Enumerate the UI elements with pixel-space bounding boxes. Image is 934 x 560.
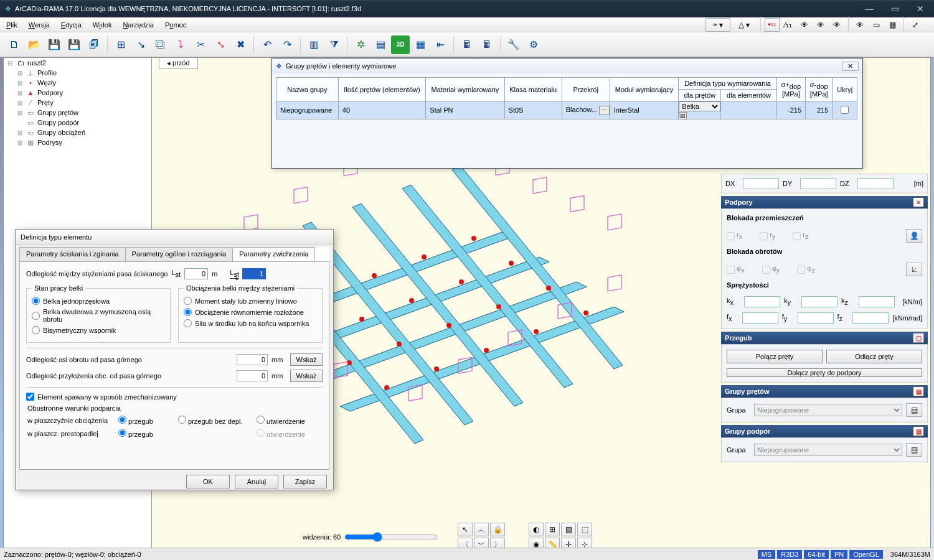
- eye-icon-2[interactable]: 👁: [813, 18, 828, 32]
- wskaz1-button[interactable]: Wskaż: [290, 353, 323, 366]
- expand-icon[interactable]: ⤢: [908, 18, 923, 32]
- ky-input[interactable]: [801, 296, 837, 307]
- close-groups-window-icon[interactable]: ✕: [842, 62, 859, 71]
- welded-element-checkbox[interactable]: [26, 393, 34, 401]
- tree-wezly[interactable]: Węzły: [37, 79, 56, 86]
- filter-icon[interactable]: ⧩: [324, 35, 343, 54]
- tree-prety[interactable]: Pręty: [37, 99, 54, 106]
- support-person-icon[interactable]: 👤: [906, 229, 922, 243]
- cut-icon[interactable]: ✂: [191, 35, 210, 54]
- shade-icon[interactable]: ◐: [529, 523, 544, 536]
- export-icon[interactable]: 🗐: [85, 35, 103, 54]
- copy-icon[interactable]: ⿻: [151, 35, 170, 54]
- maximize-icon[interactable]: ▭: [886, 4, 904, 14]
- load-force-radio[interactable]: [184, 319, 192, 327]
- dy-input[interactable]: [800, 178, 836, 189]
- grid-icon[interactable]: ▦: [885, 18, 900, 32]
- lstL-input[interactable]: [242, 268, 266, 279]
- load-uniform-radio[interactable]: [184, 308, 192, 316]
- tree-podpory[interactable]: Podpory: [37, 89, 63, 96]
- ry-checkbox[interactable]: [760, 232, 768, 240]
- eye-icon-3[interactable]: 👁: [829, 18, 844, 32]
- rx-checkbox[interactable]: [727, 232, 735, 240]
- view-tab[interactable]: ◂ przód: [159, 58, 198, 69]
- support-angle-icon[interactable]: ⟀: [906, 263, 922, 276]
- save-icon[interactable]: 💾: [45, 35, 64, 54]
- node-tool-icon[interactable]: ↘: [131, 35, 150, 54]
- rect-icon[interactable]: ▭: [869, 18, 884, 32]
- menu-wersja[interactable]: Wersja: [29, 21, 50, 29]
- dialog-tab-compression[interactable]: Parametry ściskania i zginania: [19, 247, 126, 261]
- kx-input[interactable]: [744, 296, 780, 307]
- minimize-icon[interactable]: —: [860, 4, 879, 14]
- phiy-checkbox[interactable]: [762, 266, 770, 274]
- calc2-icon[interactable]: 🖩: [478, 35, 496, 54]
- wrench-icon[interactable]: 🔧: [504, 35, 523, 54]
- save-all-icon[interactable]: 💾: [65, 35, 83, 54]
- gpd-list-icon[interactable]: ▤: [913, 426, 924, 436]
- groups-table[interactable]: Nazwa grupy Ilość prętów (elementów) Mat…: [276, 77, 857, 119]
- menu-pomoc[interactable]: Pomoc: [165, 21, 186, 29]
- gpd-list-button-icon[interactable]: ▤: [906, 443, 922, 457]
- settings-icon[interactable]: ⚙: [524, 35, 543, 54]
- dialog-tab-general[interactable]: Parametry ogólne i rozciągania: [125, 247, 234, 261]
- ghost-icon[interactable]: ▨: [561, 523, 576, 536]
- tree-gpd[interactable]: Grupy podpór: [37, 119, 79, 126]
- tree-gpr[interactable]: Grupy prętów: [37, 109, 78, 116]
- groups-window-titlebar[interactable]: ❖ Grupy prętów i elementy wymiarowe ✕: [272, 58, 862, 73]
- podpory-close-icon[interactable]: ✕: [913, 197, 924, 207]
- tree-profile[interactable]: Profile: [37, 69, 57, 77]
- dist-load-input[interactable]: [237, 370, 268, 381]
- lock-icon[interactable]: 🔒: [490, 523, 505, 536]
- groups-table-row[interactable]: Niepogrupowane 40 Stal PN St0S Blachow..…: [276, 101, 857, 119]
- fz-input[interactable]: [852, 312, 889, 324]
- przegub-box-icon[interactable]: ▢: [913, 333, 924, 343]
- slash-11-icon[interactable]: ⁄₁₁: [781, 18, 796, 32]
- toggle-a-icon[interactable]: ≈ ▾: [705, 18, 730, 32]
- plane-load-fixed-radio[interactable]: [257, 416, 265, 424]
- tree-podrysy[interactable]: Podrysy: [37, 139, 62, 146]
- undo-icon[interactable]: ↶: [258, 35, 276, 54]
- dialog-tab-buckling[interactable]: Parametry zwichrzenia: [232, 247, 315, 261]
- attach-to-support-button[interactable]: Dołącz pręty do podpory: [727, 368, 922, 377]
- lst-input[interactable]: [184, 268, 208, 279]
- pan-nw-icon[interactable]: ↖: [458, 523, 473, 536]
- gear-mesh-icon[interactable]: ✲: [351, 35, 370, 54]
- gpr-list-button-icon[interactable]: ▤: [906, 403, 922, 417]
- rz-checkbox[interactable]: [793, 232, 801, 240]
- plane-load-hinge-nodepl-radio[interactable]: [178, 416, 186, 424]
- dialog-titlebar[interactable]: Definicja typu elementu: [16, 230, 333, 245]
- def-rods-select[interactable]: Belka: [679, 101, 720, 111]
- redo-icon[interactable]: ↷: [278, 35, 296, 54]
- cube-icon[interactable]: ⬚: [577, 523, 592, 536]
- calc-icon[interactable]: 🖩: [458, 35, 476, 54]
- table-icon[interactable]: ▥: [304, 35, 323, 54]
- close-icon[interactable]: ✕: [912, 4, 929, 14]
- eye-icon-1[interactable]: 👁: [797, 18, 812, 32]
- sheet-icon[interactable]: ▤: [371, 35, 390, 54]
- ok-button[interactable]: OK: [186, 475, 230, 488]
- phix-checkbox[interactable]: [727, 266, 735, 274]
- new-file-icon[interactable]: 🗋: [5, 35, 24, 54]
- plane-perp-hinge-radio[interactable]: [118, 429, 126, 437]
- grupa-podpor-select[interactable]: Niepogrupowane: [754, 444, 902, 456]
- triangle-icon[interactable]: △ ▾: [732, 18, 757, 32]
- view-angle-slider[interactable]: [344, 532, 438, 542]
- red-dot-icon[interactable]: •11: [765, 18, 780, 32]
- dist-axis-input[interactable]: [237, 354, 268, 365]
- tree-root[interactable]: ruszt2: [27, 59, 46, 67]
- wskaz2-button[interactable]: Wskaż: [290, 370, 323, 382]
- wire-icon[interactable]: ⊞: [545, 523, 560, 536]
- load-moment-radio[interactable]: [184, 297, 192, 305]
- plane-load-hinge-radio[interactable]: [118, 416, 126, 424]
- 3d-icon[interactable]: 3D: [391, 35, 410, 54]
- kz-input[interactable]: [859, 296, 895, 307]
- eye-icon-4[interactable]: 👁: [852, 18, 867, 32]
- dx-input[interactable]: [743, 178, 779, 189]
- phiz-checkbox[interactable]: [797, 266, 805, 274]
- element-type-dialog[interactable]: Definicja typu elementu Parametry ściska…: [15, 229, 334, 490]
- fx-input[interactable]: [742, 312, 778, 324]
- frame-tool-icon[interactable]: ⊞: [111, 35, 130, 54]
- menu-edycja[interactable]: Edycja: [61, 21, 82, 29]
- matrix-icon[interactable]: ▦: [411, 35, 430, 54]
